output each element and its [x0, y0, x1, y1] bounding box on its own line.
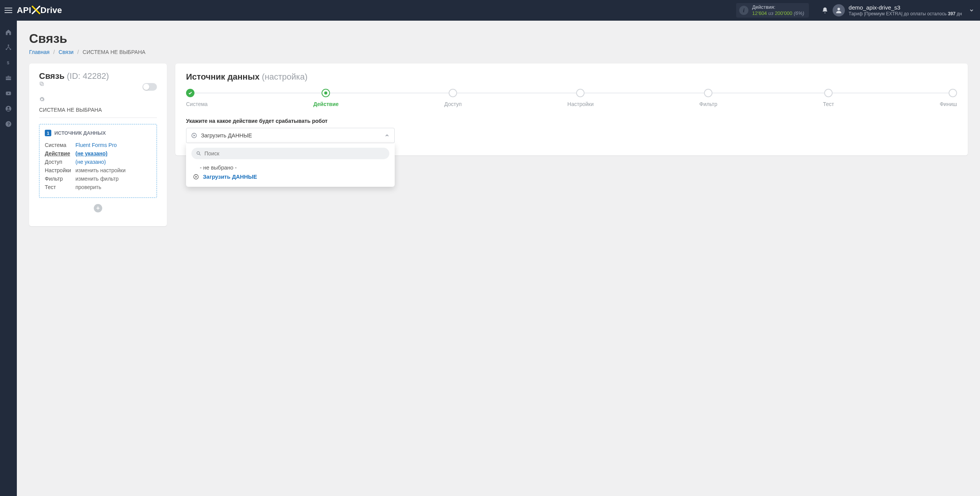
dropdown-option-load[interactable]: Загрузить ДАННЫЕ — [191, 172, 389, 181]
action-dropdown-value: Загрузить ДАННЫЕ — [201, 132, 252, 139]
action-field-label: Укажите на какое действие будет срабатыв… — [186, 118, 957, 124]
play-icon — [191, 132, 197, 139]
logo-text-api: API — [17, 5, 31, 15]
search-icon — [196, 151, 201, 156]
action-dropdown: Загрузить ДАННЫЕ - не выбрано - — [186, 128, 395, 143]
avatar-icon — [833, 4, 845, 16]
svg-point-8 — [8, 107, 10, 109]
step-settings[interactable]: Настройки — [567, 89, 594, 107]
dropdown-option-none[interactable]: - не выбрано - — [191, 163, 389, 172]
rail-video-icon[interactable] — [0, 86, 17, 101]
svg-point-2 — [6, 49, 7, 50]
row-filter: Фильтр изменить фильтр — [45, 175, 151, 183]
link-system[interactable]: Fluent Forms Pro — [75, 142, 117, 148]
row-access: Доступ (не указано) — [45, 158, 151, 166]
actions-total: 200'000 — [775, 10, 792, 16]
chevron-down-icon[interactable] — [969, 8, 974, 13]
crumb-home[interactable]: Главная — [29, 49, 49, 55]
row-action: Действие (не указано) — [45, 149, 151, 158]
rail-home-icon[interactable] — [0, 24, 17, 40]
user-tariff: Тариф |Премиум EXTRA| до оплаты осталось… — [849, 11, 962, 16]
gear-icon[interactable] — [39, 96, 111, 102]
link-settings[interactable]: изменить настройки — [75, 167, 126, 173]
action-dropdown-popup: - не выбрано - Загрузить ДАННЫЕ — [186, 143, 395, 187]
dropdown-search[interactable] — [191, 148, 389, 159]
action-dropdown-trigger[interactable]: Загрузить ДАННЫЕ — [186, 128, 395, 143]
connection-id: (ID: 42282) — [67, 71, 109, 81]
step-access[interactable]: Доступ — [444, 89, 462, 107]
svg-rect-5 — [6, 78, 11, 78]
logo-text-drive: Drive — [41, 5, 62, 15]
step-system[interactable]: Система — [186, 89, 207, 107]
rail-account-icon[interactable] — [0, 101, 17, 116]
info-icon: i — [739, 6, 748, 15]
connection-title: Связь — [39, 71, 64, 81]
rail-billing-icon[interactable]: $ — [0, 55, 17, 70]
row-system: Система Fluent Forms Pro — [45, 141, 151, 149]
rail-briefcase-icon[interactable] — [0, 70, 17, 86]
rail-connections-icon[interactable] — [0, 40, 17, 55]
step-test[interactable]: Тест — [823, 89, 834, 107]
actions-label: Действия: — [752, 5, 804, 10]
connection-subtitle: СИСТЕМА НЕ ВЫБРАНА — [39, 104, 157, 118]
user-menu[interactable]: demo_apix-drive_s3 Тариф |Премиум EXTRA|… — [833, 4, 962, 16]
source-box: 1 ИСТОЧНИК ДАННЫХ Система Fluent Forms P… — [39, 124, 157, 198]
main-title: Источник данных — [186, 72, 260, 82]
actions-used: 12'604 — [752, 10, 767, 16]
user-name: demo_apix-drive_s3 — [849, 4, 962, 11]
source-box-title: ИСТОЧНИК ДАННЫХ — [54, 130, 106, 136]
actions-counter[interactable]: i Действия: 12'604 из 200'000 (6%) — [736, 3, 809, 18]
chevron-up-icon — [384, 133, 390, 138]
row-test: Тест проверить — [45, 183, 151, 191]
link-test[interactable]: проверить — [75, 184, 101, 190]
source-box-number: 1 — [45, 130, 51, 136]
notifications-icon[interactable] — [817, 7, 833, 14]
copy-icon[interactable] — [39, 81, 111, 86]
hamburger-menu[interactable] — [0, 0, 17, 21]
page-title: Связь — [29, 31, 968, 46]
actions-of: из — [768, 10, 775, 16]
breadcrumb: Главная / Связи / СИСТЕМА НЕ ВЫБРАНА — [29, 49, 968, 55]
crumb-links[interactable]: Связи — [59, 49, 74, 55]
link-action[interactable]: (не указано) — [75, 150, 108, 157]
step-finish[interactable]: Финиш — [940, 89, 957, 107]
svg-rect-12 — [40, 82, 42, 85]
actions-pct: (6%) — [794, 10, 804, 16]
svg-point-3 — [10, 49, 11, 50]
wizard-steps: Система Действие Доступ Настройки Фильтр… — [186, 89, 957, 107]
svg-rect-11 — [41, 83, 44, 86]
main-title-sub: (настройка) — [262, 72, 307, 82]
left-rail: $ ? — [0, 21, 17, 496]
topbar: API ✕ Drive .logo .x{background:linear-g… — [0, 0, 980, 21]
main-card: Источник данных (настройка) Система Дейс… — [175, 64, 968, 155]
page-body: Связь Главная / Связи / СИСТЕМА НЕ ВЫБРА… — [17, 21, 980, 496]
step-action[interactable]: Действие — [313, 89, 338, 107]
play-icon — [193, 174, 199, 180]
svg-point-14 — [197, 152, 199, 154]
svg-text:?: ? — [7, 122, 10, 126]
crumb-current: СИСТЕМА НЕ ВЫБРАНА — [83, 49, 145, 55]
svg-point-0 — [838, 8, 840, 10]
enable-toggle[interactable] — [142, 83, 157, 91]
add-destination-button[interactable]: + — [94, 204, 102, 212]
logo-x-icon: ✕ — [32, 6, 40, 14]
svg-text:$: $ — [7, 60, 9, 65]
row-settings: Настройки изменить настройки — [45, 166, 151, 175]
rail-help-icon[interactable]: ? — [0, 116, 17, 132]
link-filter[interactable]: изменить фильтр — [75, 176, 119, 182]
svg-point-1 — [8, 44, 9, 46]
step-filter[interactable]: Фильтр — [699, 89, 717, 107]
connection-card: Связь (ID: 42282) СИСТЕМА НЕ ВЫБРАНА — [29, 64, 167, 226]
dropdown-search-input[interactable] — [204, 150, 385, 157]
logo[interactable]: API ✕ Drive — [17, 5, 62, 15]
link-access[interactable]: (не указано) — [75, 159, 106, 165]
